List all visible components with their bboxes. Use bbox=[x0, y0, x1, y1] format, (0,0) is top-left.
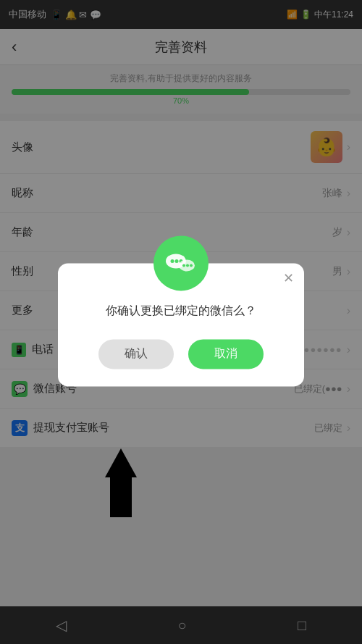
dialog-wechat-icon bbox=[153, 235, 209, 290]
svg-point-1 bbox=[171, 259, 174, 262]
svg-point-2 bbox=[175, 259, 179, 262]
confirm-dialog: ✕ 你确认更换已绑定的微信么？ 确认 取消 bbox=[58, 263, 304, 386]
arrow-indicator bbox=[105, 448, 137, 517]
svg-point-6 bbox=[186, 264, 189, 267]
svg-point-5 bbox=[182, 264, 185, 267]
cancel-button[interactable]: 取消 bbox=[188, 339, 264, 369]
arrow-up bbox=[105, 448, 137, 477]
arrow-body bbox=[110, 477, 132, 517]
svg-point-7 bbox=[190, 264, 193, 267]
dialog-message: 你确认更换已绑定的微信么？ bbox=[75, 304, 287, 319]
confirm-button[interactable]: 确认 bbox=[98, 339, 174, 369]
dialog-close-button[interactable]: ✕ bbox=[283, 272, 294, 285]
wechat-logo-svg bbox=[163, 245, 199, 281]
dialog-actions: 确认 取消 bbox=[75, 339, 287, 369]
